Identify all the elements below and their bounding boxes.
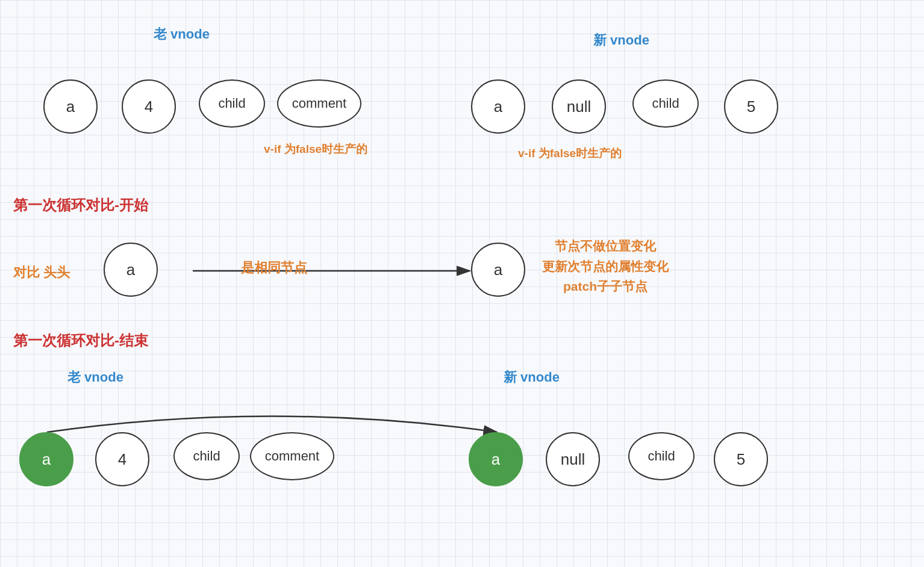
old-node-child-top: child xyxy=(199,79,265,128)
old-node-a-top: a xyxy=(43,79,98,134)
new-node-a-top: a xyxy=(471,79,525,134)
new-vnode-top-label: 新 vnode xyxy=(593,31,649,49)
old-vif-label: v-if 为false时生产的 xyxy=(264,141,367,157)
result-label: 节点不做位置变化 更新次节点的属性变化 patch子子节点 xyxy=(542,236,669,297)
loop-start-label: 第一次循环对比-开始 xyxy=(13,196,148,215)
new-node-null-bottom: null xyxy=(546,432,600,486)
new-node-child-top: child xyxy=(632,79,699,128)
old-vnode-bottom-label: 老 vnode xyxy=(67,368,123,386)
old-node-4-top: 4 xyxy=(122,79,176,134)
old-node-4-bottom: 4 xyxy=(95,432,149,486)
new-node-a-bottom-green: a xyxy=(469,432,523,486)
loop-end-label: 第一次循环对比-结束 xyxy=(13,331,148,350)
new-vnode-bottom-label: 新 vnode xyxy=(504,368,560,386)
new-node-5-top: 5 xyxy=(724,79,778,134)
old-node-a-bottom-green: a xyxy=(19,432,73,486)
diagram-container: 老 vnode 新 vnode a 4 child comment v-if 为… xyxy=(0,0,924,567)
old-node-a-middle: a xyxy=(104,243,158,297)
new-node-5-bottom: 5 xyxy=(714,432,768,486)
old-vnode-top-label: 老 vnode xyxy=(154,25,210,43)
old-node-child-bottom: child xyxy=(173,432,240,480)
same-node-label: 是相同节点 xyxy=(241,259,307,277)
new-node-a-middle: a xyxy=(471,243,525,297)
new-node-child-bottom: child xyxy=(628,432,695,480)
new-vif-label: v-if 为false时生产的 xyxy=(518,146,622,161)
old-node-comment-top: comment xyxy=(277,79,361,128)
old-node-comment-bottom: comment xyxy=(250,432,334,480)
compare-label: 对比 头头 xyxy=(13,264,70,282)
new-node-null-top: null xyxy=(552,79,606,134)
